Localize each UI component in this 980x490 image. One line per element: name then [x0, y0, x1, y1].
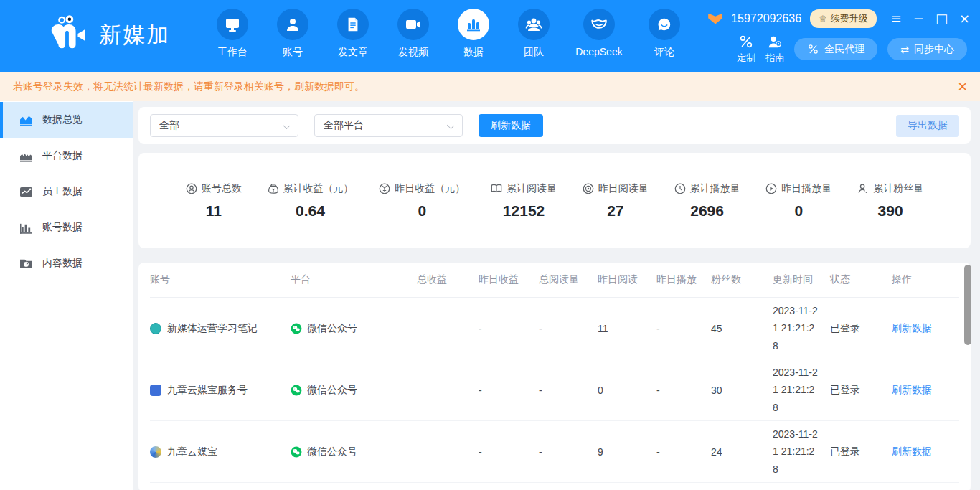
data-icon — [458, 9, 489, 40]
accounts-table: 账号 平台 总收益 昨日收益 总阅读量 昨日阅读 昨日播放 粉丝数 更新时间 状… — [138, 263, 971, 490]
stat-value: 390 — [878, 202, 903, 220]
app-logo-icon — [44, 14, 89, 56]
sidebar-item-content-data[interactable]: 内容数据 — [0, 245, 133, 281]
cell-yesterday-reads: 11 — [598, 323, 656, 334]
cell-total-reads: - — [539, 323, 598, 334]
nav-team[interactable]: 团队 — [512, 9, 556, 59]
sync-center-button[interactable]: ⇄ 同步中心 — [887, 38, 967, 60]
chevron-down-icon — [283, 122, 290, 129]
filter-bar: 全部 全部平台 刷新数据 导出数据 — [138, 107, 971, 144]
cell-yesterday-income: - — [479, 323, 539, 334]
vertical-scrollbar[interactable] — [964, 265, 971, 345]
agent-label: 全民代理 — [824, 43, 864, 56]
workbench-icon — [217, 9, 248, 40]
sidebar: 数据总览 平台数据 员工数据 账号数据 内容数据 — [0, 101, 133, 490]
renew-upgrade-button[interactable]: ♕ 续费升级 — [810, 9, 877, 28]
sidebar-item-data-overview[interactable]: 数据总览 — [0, 102, 133, 138]
row-refresh-link[interactable]: 刷新数据 — [892, 384, 959, 397]
stat-label: 累计阅读量 — [507, 182, 557, 195]
maximize-icon[interactable]: □ — [936, 12, 948, 25]
staff-chart-icon — [19, 186, 33, 198]
nav-account[interactable]: 账号 — [270, 9, 315, 59]
table-header-row: 账号 平台 总收益 昨日收益 总阅读量 昨日阅读 昨日播放 粉丝数 更新时间 状… — [150, 263, 959, 298]
stat-value: 12152 — [503, 202, 545, 220]
sync-icon: ⇄ — [900, 44, 909, 55]
status-badge: 已登录 — [830, 446, 892, 458]
menu-icon[interactable]: ≡ — [891, 12, 902, 25]
refresh-data-button[interactable]: 刷新数据 — [479, 114, 543, 137]
user-icon — [186, 183, 197, 194]
platform-chart-icon — [19, 150, 33, 162]
app-title: 新媒加 — [99, 20, 170, 50]
guide-button[interactable]: 指南 — [765, 34, 784, 65]
account-name: 九章云媒宝 — [167, 446, 217, 458]
col-total-reads: 总阅读量 — [539, 273, 598, 286]
warning-text: 若账号登录失效，将无法统计最新数据，请重新登录相关账号，刷新数据即可。 — [13, 80, 958, 93]
moneybag-icon — [268, 183, 279, 194]
account-icon — [277, 9, 308, 40]
sidebar-item-label: 员工数据 — [42, 185, 83, 198]
stat-total-fans: 累计粉丝量 390 — [857, 182, 923, 220]
nav-publish-video[interactable]: 发视频 — [391, 9, 435, 59]
cell-fans: 30 — [711, 385, 773, 396]
row-refresh-link[interactable]: 刷新数据 — [892, 322, 959, 335]
table-row: 九章云媒宝 微信公众号 - - 9 - 24 2023-11-21 21:21:… — [150, 421, 959, 483]
platform-select[interactable]: 全部平台 — [314, 114, 463, 137]
header-quick-actions: 定制 指南 全民代理 ⇄ 同步中心 — [737, 34, 967, 65]
wechat-icon — [291, 446, 302, 458]
sidebar-item-account-data[interactable]: 账号数据 — [0, 209, 133, 245]
cell-updated: 2023-11-21 21:21:28 — [773, 425, 819, 479]
cell-yesterday-income: - — [479, 446, 539, 458]
table-row: 九章云媒宝服务号 微信公众号 - - 0 - 30 2023-11-21 21:… — [150, 359, 959, 421]
sidebar-item-staff-data[interactable]: 员工数据 — [0, 174, 133, 209]
sidebar-item-label: 内容数据 — [42, 257, 83, 270]
vip-badge-icon — [708, 14, 722, 24]
chevron-down-icon — [447, 122, 454, 129]
nav-label: DeepSeek — [575, 46, 622, 57]
cell-yesterday-plays: - — [656, 323, 711, 334]
main-nav: 工作台 账号 发文章 发视频 数据 团队 DeepSeek 评论 — [210, 9, 687, 59]
scope-select[interactable]: 全部 — [150, 114, 298, 137]
row-refresh-link[interactable]: 刷新数据 — [892, 446, 959, 458]
customize-button[interactable]: 定制 — [737, 34, 755, 65]
account-chart-icon — [19, 222, 33, 234]
table-row: 新媒体运营学习笔记 微信公众号 - - 11 - 45 2023-11-21 2… — [150, 298, 959, 359]
col-actions: 操作 — [892, 273, 959, 286]
account-name: 新媒体运营学习笔记 — [167, 322, 258, 335]
minimize-icon[interactable]: − — [913, 12, 924, 25]
nav-deepseek[interactable]: DeepSeek — [572, 9, 626, 59]
cell-total-reads: - — [539, 446, 598, 458]
status-badge: 已登录 — [830, 384, 892, 397]
stat-label: 累计收益（元） — [283, 182, 354, 195]
sidebar-item-label: 账号数据 — [42, 221, 83, 234]
close-icon[interactable]: × — [959, 12, 970, 25]
col-yesterday-income: 昨日收益 — [479, 273, 539, 286]
nav-label: 团队 — [524, 46, 544, 59]
stat-label: 昨日收益（元） — [395, 182, 465, 195]
cell-fans: 24 — [711, 446, 773, 458]
nav-publish-article[interactable]: 发文章 — [331, 9, 375, 59]
stat-label: 账号总数 — [202, 182, 242, 195]
col-platform: 平台 — [291, 273, 417, 286]
col-yesterday-plays: 昨日播放 — [656, 273, 711, 286]
banner-close-icon[interactable]: × — [958, 79, 967, 95]
agent-button[interactable]: 全民代理 — [794, 38, 877, 60]
export-data-button[interactable]: 导出数据 — [896, 115, 959, 137]
col-status: 状态 — [830, 273, 892, 286]
cell-yesterday-plays: - — [656, 385, 711, 396]
stats-summary: 账号总数 11 累计收益（元） 0.64 昨日收益（元） 0 累计阅读量 121… — [138, 153, 971, 248]
header-top-right: 15972092636 ♕ 续费升级 ≡ − □ × — [708, 9, 970, 28]
nav-comment[interactable]: 评论 — [642, 9, 687, 59]
stat-yesterday-income: 昨日收益（元） 0 — [379, 182, 465, 220]
nav-workbench[interactable]: 工作台 — [210, 9, 255, 59]
sidebar-item-label: 平台数据 — [42, 149, 83, 162]
sidebar-item-platform-data[interactable]: 平台数据 — [0, 138, 133, 174]
stat-yesterday-plays: 昨日播放量 0 — [765, 182, 831, 220]
nav-data[interactable]: 数据 — [451, 9, 496, 59]
stat-label: 累计粉丝量 — [873, 182, 923, 195]
cell-yesterday-reads: 0 — [598, 385, 656, 396]
stat-label: 昨日播放量 — [781, 182, 831, 195]
status-badge: 已登录 — [830, 322, 892, 335]
platform-select-value: 全部平台 — [324, 119, 364, 132]
customize-icon — [738, 34, 754, 50]
